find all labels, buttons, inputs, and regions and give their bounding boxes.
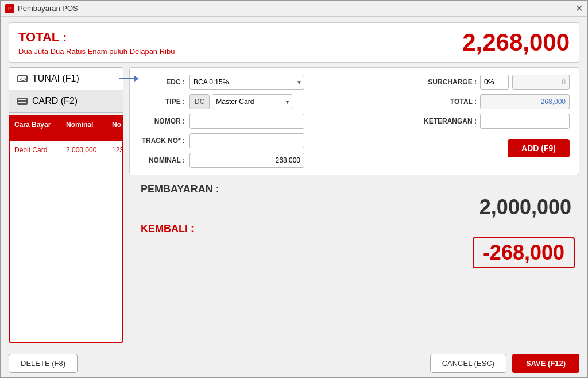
titlebar: P Pembayaran POS ✕ xyxy=(1,1,587,17)
total-field-input xyxy=(480,94,570,109)
card-icon xyxy=(17,98,28,105)
cell-nominal: 2,000,000 xyxy=(64,145,110,155)
nominal-label: NOMINAL : xyxy=(139,156,185,164)
cell-no-kartu: 1234567890 xyxy=(110,145,123,155)
total-words: Dua Juta Dua Ratus Enam puluh Delapan Ri… xyxy=(18,47,175,56)
dc-button[interactable]: DC xyxy=(189,94,210,109)
surcharge-val-input xyxy=(512,75,570,90)
trackno-row: TRACK NO* : xyxy=(139,133,374,148)
tab-tunai-label: TUNAI (F1) xyxy=(32,74,79,84)
table-row[interactable]: Debit Card 2,000,000 1234567890 0 0 xyxy=(10,141,122,159)
surcharge-row: SURCHARGE : xyxy=(419,75,570,90)
nominal-row: NOMINAL : 268,000 xyxy=(139,153,374,168)
nomor-row: NOMOR : xyxy=(139,114,374,129)
tunai-icon xyxy=(17,75,28,82)
tipe-select[interactable]: Master Card Visa xyxy=(212,94,292,109)
col-no-kartu: No Kartu xyxy=(110,119,123,138)
edc-label: EDC : xyxy=(139,78,185,86)
tab-card-label: CARD (F2) xyxy=(32,96,78,106)
nominal-input[interactable]: 268,000 xyxy=(189,153,304,168)
surcharge-label: SURCHARGE : xyxy=(419,78,477,86)
col-nominal: Nominal xyxy=(64,119,110,138)
tipe-label: TIPE : xyxy=(139,98,185,106)
surcharge-pct-input[interactable] xyxy=(480,75,509,90)
close-button[interactable]: ✕ xyxy=(575,3,583,14)
total-amount: 2,268,000 xyxy=(462,29,570,56)
trackno-label: TRACK NO* : xyxy=(139,137,185,145)
nomor-input[interactable] xyxy=(189,114,304,129)
save-button[interactable]: SAVE (F12) xyxy=(512,354,579,373)
keterangan-label: KETERANGAN : xyxy=(419,117,477,125)
pembayaran-amount: 2,000,000 xyxy=(479,195,571,219)
form-section: EDC : BCA 0.15% BNI 0.15% Mandiri 0.15% … xyxy=(129,67,579,175)
edc-select[interactable]: BCA 0.15% BNI 0.15% Mandiri 0.15% xyxy=(189,75,304,90)
nomor-label: NOMOR : xyxy=(139,117,185,125)
trackno-input[interactable] xyxy=(189,133,304,148)
total-label: TOTAL : xyxy=(18,30,175,45)
kembali-label: KEMBALI : xyxy=(141,223,194,235)
col-cara-bayar: Cara Bayar xyxy=(12,119,64,138)
delete-button[interactable]: DELETE (F8) xyxy=(9,354,78,373)
cell-cara-bayar: Debit Card xyxy=(12,145,64,155)
window-title: Pembayaran POS xyxy=(18,4,78,13)
kembali-amount: -268,000 xyxy=(473,237,575,268)
keterangan-input[interactable] xyxy=(480,114,570,129)
payment-section: PEMBAYARAN : 2,000,000 KEMBALI : -268,00… xyxy=(129,180,579,268)
total-field-row: TOTAL : xyxy=(419,94,570,109)
left-panel: TUNAI (F1) CARD (F2) Cara Bayar Nominal xyxy=(9,67,123,343)
tab-card[interactable]: CARD (F2) xyxy=(9,90,123,113)
tab-tunai[interactable]: TUNAI (F1) xyxy=(9,67,123,90)
table-header: Cara Bayar Nominal No Kartu Surc.Exp Nil… xyxy=(10,116,122,141)
total-field-label: TOTAL : xyxy=(419,98,477,106)
payment-table: Cara Bayar Nominal No Kartu Surc.Exp Nil… xyxy=(9,115,123,343)
bottom-bar: DELETE (F8) CANCEL (ESC) SAVE (F12) xyxy=(1,349,587,377)
add-button[interactable]: ADD (F9) xyxy=(508,139,570,157)
total-section: TOTAL : Dua Juta Dua Ratus Enam puluh De… xyxy=(9,22,579,63)
cancel-button[interactable]: CANCEL (ESC) xyxy=(430,354,506,373)
tipe-row: TIPE : DC Master Card Visa ▼ xyxy=(139,94,374,109)
pembayaran-label: PEMBAYARAN : xyxy=(141,183,219,195)
edc-row: EDC : BCA 0.15% BNI 0.15% Mandiri 0.15% … xyxy=(139,75,374,90)
app-icon: P xyxy=(5,4,14,13)
keterangan-row: KETERANGAN : xyxy=(419,114,570,129)
right-panel: EDC : BCA 0.15% BNI 0.15% Mandiri 0.15% … xyxy=(129,67,579,343)
